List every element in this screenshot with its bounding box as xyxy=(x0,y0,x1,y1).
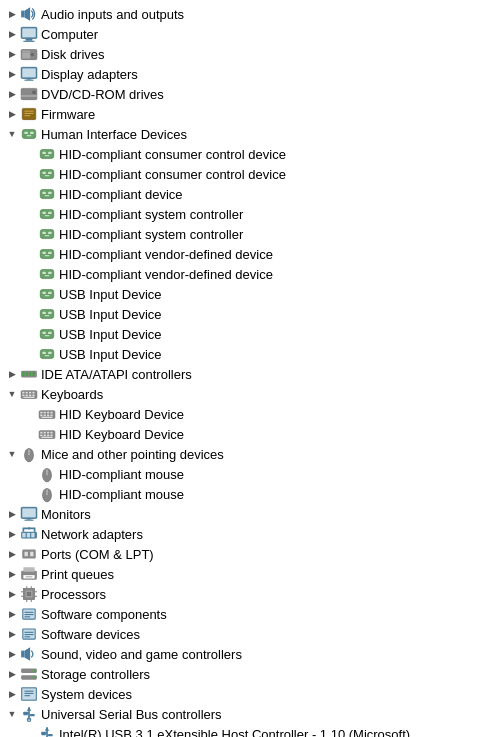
svg-rect-37 xyxy=(40,210,54,219)
tree-item-usb-host[interactable]: Intel(R) USB 3.1 eXtensible Host Control… xyxy=(0,724,501,737)
expand-btn[interactable]: ▶ xyxy=(4,566,20,582)
svg-rect-119 xyxy=(27,533,30,538)
tree-item-hid-c2[interactable]: HID-compliant consumer control device xyxy=(0,164,501,184)
svg-rect-103 xyxy=(41,437,52,438)
svg-marker-161 xyxy=(27,707,32,710)
tree-item-usb-i2[interactable]: USB Input Device xyxy=(0,304,501,324)
expand-btn[interactable]: ▶ xyxy=(4,666,20,682)
expand-btn[interactable]: ▶ xyxy=(4,606,20,622)
svg-rect-71 xyxy=(26,372,28,377)
tree-item-usb-i1[interactable]: USB Input Device xyxy=(0,284,501,304)
disk-icon xyxy=(20,45,38,63)
tree-item-label: USB Input Device xyxy=(59,347,501,362)
tree-item-label: Sound, video and game controllers xyxy=(41,647,501,662)
hid-device-icon xyxy=(38,185,56,203)
collapse-btn[interactable]: ▼ xyxy=(4,446,20,462)
tree-item-hid-d1[interactable]: HID-compliant device xyxy=(0,184,501,204)
collapse-btn[interactable]: ▼ xyxy=(4,126,20,142)
svg-rect-62 xyxy=(43,332,46,334)
tree-item-hid-v1[interactable]: HID-compliant vendor-defined device xyxy=(0,244,501,264)
tree-item-usb[interactable]: ▼Universal Serial Bus controllers xyxy=(0,704,501,724)
expand-btn[interactable]: ▶ xyxy=(4,6,20,22)
usb-device-icon xyxy=(38,725,56,737)
collapse-btn[interactable]: ▼ xyxy=(4,386,20,402)
svg-rect-34 xyxy=(43,192,46,194)
tree-item-label: DVD/CD-ROM drives xyxy=(41,87,501,102)
audio-icon xyxy=(20,5,38,23)
tree-item-hid-s1[interactable]: HID-compliant system controller xyxy=(0,204,501,224)
tree-item-computer[interactable]: ▶Computer xyxy=(0,24,501,44)
expand-btn[interactable]: ▶ xyxy=(4,686,20,702)
expand-btn[interactable]: ▶ xyxy=(4,106,20,122)
expand-btn[interactable]: ▶ xyxy=(4,506,20,522)
tree-item-label: Universal Serial Bus controllers xyxy=(41,707,501,722)
tree-item-hid-v2[interactable]: HID-compliant vendor-defined device xyxy=(0,264,501,284)
tree-item-network[interactable]: ▶Network adapters xyxy=(0,524,501,544)
svg-rect-56 xyxy=(45,295,50,296)
svg-rect-87 xyxy=(47,412,49,414)
expand-btn[interactable]: ▶ xyxy=(4,26,20,42)
tree-item-ide[interactable]: ▶IDE ATA/ATAPI controllers xyxy=(0,364,501,384)
display-icon xyxy=(20,65,38,83)
expand-btn[interactable]: ▶ xyxy=(4,546,20,562)
tree-item-usb-i3[interactable]: USB Input Device xyxy=(0,324,501,344)
svg-rect-79 xyxy=(22,395,24,397)
tree-item-label: Disk drives xyxy=(41,47,501,62)
tree-item-dvd[interactable]: ▶DVD/CD-ROM drives xyxy=(0,84,501,104)
tree-item-hid-s2[interactable]: HID-compliant system controller xyxy=(0,224,501,244)
tree-item-usb-i4[interactable]: USB Input Device xyxy=(0,344,501,364)
svg-rect-35 xyxy=(48,192,51,194)
tree-item-mouse1[interactable]: HID-compliant mouse xyxy=(0,464,501,484)
svg-rect-97 xyxy=(47,432,49,434)
network-icon xyxy=(20,525,38,543)
tree-item-label: Monitors xyxy=(41,507,501,522)
svg-rect-25 xyxy=(40,150,54,159)
tree-item-monitors[interactable]: ▶Monitors xyxy=(0,504,501,524)
tree-item-sound[interactable]: ▶Sound, video and game controllers xyxy=(0,644,501,664)
tree-item-kbd2[interactable]: HID Keyboard Device xyxy=(0,424,501,444)
softcomp-icon xyxy=(20,605,38,623)
svg-rect-81 xyxy=(29,395,31,397)
svg-rect-76 xyxy=(26,392,28,394)
expand-btn[interactable]: ▶ xyxy=(4,366,20,382)
tree-item-softcomp[interactable]: ▶Software components xyxy=(0,604,501,624)
firmware-icon xyxy=(20,105,38,123)
tree-item-storage[interactable]: ▶Storage controllers xyxy=(0,664,501,684)
expand-btn[interactable]: ▶ xyxy=(4,46,20,62)
expand-btn[interactable]: ▶ xyxy=(4,86,20,102)
svg-rect-115 xyxy=(27,519,32,520)
collapse-btn[interactable]: ▼ xyxy=(4,706,20,722)
svg-rect-96 xyxy=(44,432,46,434)
tree-item-audio[interactable]: ▶Audio inputs and outputs xyxy=(0,4,501,24)
expand-btn[interactable]: ▶ xyxy=(4,526,20,542)
tree-item-firmware[interactable]: ▶Firmware xyxy=(0,104,501,124)
svg-rect-27 xyxy=(48,152,51,154)
svg-rect-21 xyxy=(22,130,36,139)
tree-item-hid-c1[interactable]: HID-compliant consumer control device xyxy=(0,144,501,164)
hid-device-icon xyxy=(38,225,56,243)
tree-item-hid[interactable]: ▼Human Interface Devices xyxy=(0,124,501,144)
tree-item-mice[interactable]: ▼Mice and other pointing devices xyxy=(0,444,501,464)
tree-item-label: HID-compliant system controller xyxy=(59,207,501,222)
expand-btn[interactable]: ▶ xyxy=(4,586,20,602)
tree-item-sysdev[interactable]: ▶System devices xyxy=(0,684,501,704)
tree-item-display[interactable]: ▶Display adapters xyxy=(0,64,501,84)
tree-item-print[interactable]: ▶Print queues xyxy=(0,564,501,584)
tree-item-ports[interactable]: ▶Ports (COM & LPT) xyxy=(0,544,501,564)
tree-item-kbd1[interactable]: HID Keyboard Device xyxy=(0,404,501,424)
tree-item-proc[interactable]: ▶Processors xyxy=(0,584,501,604)
tree-item-disk[interactable]: ▶Disk drives xyxy=(0,44,501,64)
tree-item-softdev[interactable]: ▶Software devices xyxy=(0,624,501,644)
dvd-icon xyxy=(20,85,38,103)
tree-item-label: HID Keyboard Device xyxy=(59,427,501,442)
svg-rect-20 xyxy=(25,115,31,116)
sound-icon xyxy=(20,645,38,663)
expand-btn[interactable]: ▶ xyxy=(4,646,20,662)
svg-rect-68 xyxy=(45,355,50,356)
tree-item-mouse2[interactable]: HID-compliant mouse xyxy=(0,484,501,504)
svg-rect-82 xyxy=(32,395,34,397)
tree-item-keyboards[interactable]: ▼Keyboards xyxy=(0,384,501,404)
expand-btn[interactable]: ▶ xyxy=(4,626,20,642)
svg-rect-147 xyxy=(25,632,34,633)
expand-btn[interactable]: ▶ xyxy=(4,66,20,82)
